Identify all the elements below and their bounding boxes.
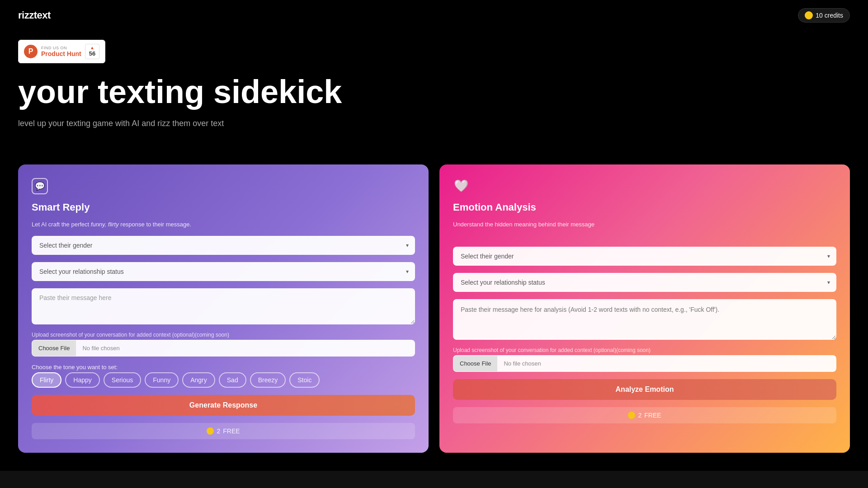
ph-arrow-icon: ▲: [90, 46, 94, 50]
credits-badge: 10 credits: [798, 8, 850, 23]
sr-credits-display: 2: [217, 427, 220, 435]
coin-icon: [805, 11, 813, 19]
ea-message-input[interactable]: [453, 299, 836, 340]
smart-reply-title: Smart Reply: [32, 202, 415, 213]
ea-upload-section: Upload screenshot of your conversation f…: [453, 347, 836, 372]
sr-credits-suffix: FREE: [223, 427, 240, 435]
product-hunt-badge[interactable]: P FIND US ON Product Hunt ▲ 56: [18, 40, 105, 63]
ea-coin-icon: [628, 412, 635, 419]
ea-relationship-select[interactable]: Select your relationship statusSingleDat…: [453, 273, 836, 292]
upload-label: Upload screenshot of your conversation f…: [32, 332, 415, 338]
message-input[interactable]: [32, 288, 415, 324]
ph-name-text: Product Hunt: [41, 50, 81, 57]
ph-logo-icon: P: [24, 45, 38, 58]
sr-credits-row: 2 FREE: [32, 423, 415, 439]
heart-icon: 🤍: [453, 178, 469, 194]
file-name-label: No file chosen: [76, 340, 126, 356]
tone-btn-angry[interactable]: Angry: [182, 372, 215, 388]
hero-title: your texting sidekick: [18, 74, 850, 110]
tone-btn-serious[interactable]: Serious: [104, 372, 141, 388]
header: rizztext 10 credits: [0, 0, 868, 31]
ea-gender-select-wrapper: Select their genderMaleFemaleNon-binaryO…: [453, 247, 836, 266]
tone-btn-happy[interactable]: Happy: [65, 372, 99, 388]
ph-find-text: FIND US ON: [41, 46, 81, 50]
tone-buttons-group: FlirtyHappySeriousFunnyAngrySadBreezySto…: [32, 372, 415, 388]
relationship-select[interactable]: Select your relationship statusSingleDat…: [32, 262, 415, 281]
gender-select-wrapper: Select their genderMaleFemaleNon-binaryO…: [32, 236, 415, 255]
tone-btn-breezy[interactable]: Breezy: [250, 372, 286, 388]
cards-container: 💬 Smart Reply Let AI craft the perfect f…: [0, 164, 868, 453]
emotion-desc: Understand the hidden meaning behind the…: [453, 221, 836, 229]
tone-section: Choose the tone you want to set: FlirtyH…: [32, 364, 415, 388]
ea-gender-select[interactable]: Select their genderMaleFemaleNon-binaryO…: [453, 247, 836, 266]
ea-credits-display: 2: [638, 412, 642, 419]
desc-plain: Let AI craft the perfect: [32, 221, 91, 228]
desc-italic: funny, flirty: [91, 221, 119, 228]
ea-upload-label: Upload screenshot of your conversation f…: [453, 347, 836, 353]
gender-select[interactable]: Select their genderMaleFemaleNon-binaryO…: [32, 236, 415, 255]
generate-response-button[interactable]: Generate Response: [32, 395, 415, 416]
emotion-title: Emotion Analysis: [453, 202, 836, 213]
hero-section: P FIND US ON Product Hunt ▲ 56 your text…: [0, 31, 868, 164]
ph-number: 56: [89, 50, 95, 57]
logo: rizztext: [18, 9, 51, 21]
choose-file-button[interactable]: Choose File: [32, 340, 76, 356]
sr-coin-icon: [207, 427, 214, 435]
ea-credits-row: 2 FREE: [453, 407, 836, 423]
tone-btn-sad[interactable]: Sad: [219, 372, 246, 388]
hero-subtitle: level up your texting game with AI and r…: [18, 119, 850, 128]
upload-section: Upload screenshot of your conversation f…: [32, 332, 415, 357]
desc-rest: response to their message.: [119, 221, 191, 228]
analyze-emotion-button[interactable]: Analyze Emotion: [453, 379, 836, 400]
credits-label: 10 credits: [816, 12, 843, 19]
ea-file-input-wrapper: Choose File No file chosen: [453, 355, 836, 372]
ea-choose-file-button[interactable]: Choose File: [453, 356, 497, 371]
tone-btn-stoic[interactable]: Stoic: [289, 372, 320, 388]
file-input-wrapper: Choose File No file chosen: [32, 340, 415, 357]
emotion-analysis-card: 🤍 Emotion Analysis Understand the hidden…: [439, 164, 850, 453]
tone-label: Choose the tone you want to set:: [32, 364, 415, 371]
tone-btn-funny[interactable]: Funny: [145, 372, 179, 388]
stay-updated-section: Stay Updated: [0, 471, 868, 488]
chat-icon: 💬: [32, 178, 48, 194]
ea-file-name-label: No file chosen: [497, 356, 547, 371]
relationship-select-wrapper: Select your relationship statusSingleDat…: [32, 262, 415, 281]
tone-btn-flirty[interactable]: Flirty: [32, 372, 61, 388]
smart-reply-card: 💬 Smart Reply Let AI craft the perfect f…: [18, 164, 429, 453]
ea-relationship-select-wrapper: Select your relationship statusSingleDat…: [453, 273, 836, 292]
ea-credits-suffix: FREE: [644, 412, 661, 419]
smart-reply-desc: Let AI craft the perfect funny, flirty r…: [32, 221, 415, 229]
ph-vote-count: ▲ 56: [85, 44, 99, 59]
